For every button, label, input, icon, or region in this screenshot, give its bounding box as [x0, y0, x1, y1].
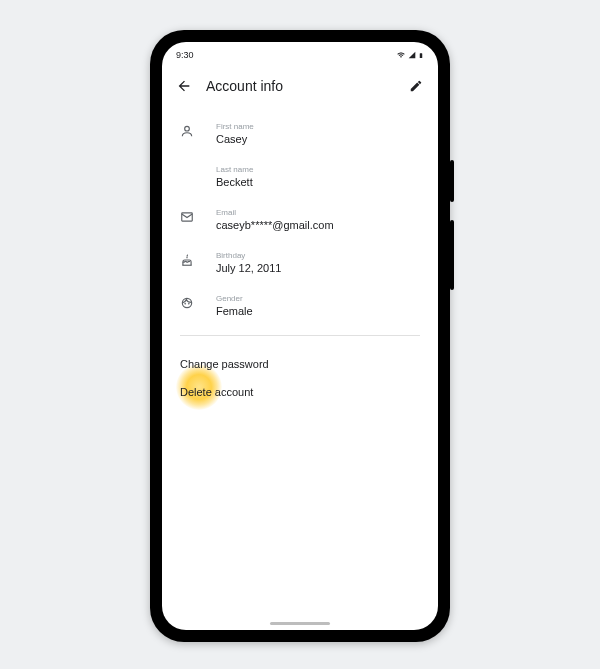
page-title: Account info	[206, 78, 404, 94]
account-actions: Change password Delete account	[162, 336, 438, 406]
field-value: Female	[216, 305, 420, 317]
status-bar: 9:30	[162, 42, 438, 66]
change-password-button[interactable]: Change password	[180, 350, 420, 378]
delete-account-button[interactable]: Delete account	[180, 378, 420, 406]
person-icon	[180, 122, 208, 138]
arrow-back-icon	[176, 78, 192, 94]
field-value: Beckett	[216, 176, 420, 188]
field-email[interactable]: Email caseyb*****@gmail.com	[162, 198, 438, 241]
battery-icon	[418, 51, 424, 60]
status-icons	[396, 51, 424, 60]
field-value: caseyb*****@gmail.com	[216, 219, 420, 231]
svg-point-0	[185, 126, 190, 131]
cake-icon	[180, 251, 208, 267]
status-time: 9:30	[176, 50, 194, 60]
field-value: Casey	[216, 133, 420, 145]
field-value: July 12, 2011	[216, 262, 420, 274]
pencil-icon	[409, 79, 423, 93]
back-button[interactable]	[172, 74, 196, 98]
field-last-name[interactable]: Last name Beckett	[162, 155, 438, 198]
field-gender[interactable]: Gender Female	[162, 284, 438, 327]
device-side-button	[450, 220, 454, 290]
mail-icon	[180, 208, 208, 224]
edit-button[interactable]	[404, 74, 428, 98]
phone-frame: 9:30 Account info	[150, 30, 450, 642]
device-side-button	[450, 160, 454, 202]
field-label: Last name	[216, 165, 420, 174]
wifi-icon	[396, 51, 406, 59]
app-bar: Account info	[162, 66, 438, 106]
field-label: Email	[216, 208, 420, 217]
field-first-name[interactable]: First name Casey	[162, 112, 438, 155]
field-label: Birthday	[216, 251, 420, 260]
account-fields: First name Casey Last name Beckett	[162, 106, 438, 406]
field-label: Gender	[216, 294, 420, 303]
device-screen: 9:30 Account info	[162, 42, 438, 630]
face-icon	[180, 294, 208, 310]
svg-point-4	[188, 303, 189, 304]
svg-point-3	[185, 303, 186, 304]
cell-signal-icon	[408, 51, 416, 59]
field-label: First name	[216, 122, 420, 131]
field-birthday[interactable]: Birthday July 12, 2011	[162, 241, 438, 284]
home-indicator[interactable]	[270, 622, 330, 625]
